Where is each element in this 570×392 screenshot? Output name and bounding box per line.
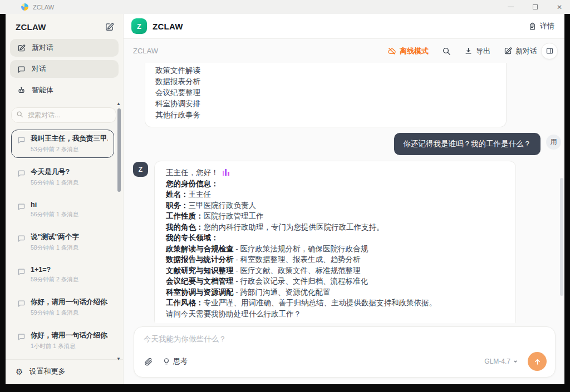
think-toggle-button[interactable]: 思考	[163, 356, 188, 366]
offline-mode-button[interactable]: 离线模式	[387, 46, 429, 56]
app-window: ZCLAW 新对话 对话	[6, 14, 564, 384]
details-button[interactable]: 详情	[528, 21, 554, 31]
minimize-button[interactable]	[508, 7, 514, 7]
assistant-message-row: Z 王主任，您好！您的身份信息：姓名：王主任职务：三甲医院行政负责人工作性质：医…	[133, 161, 561, 323]
sidebar: ZCLAW 新对话 对话	[6, 14, 124, 384]
sidebar-item-settings[interactable]: ⚙ 设置和更多	[6, 359, 123, 384]
conversation-list-item[interactable]: hi56分钟前 1 条消息	[11, 196, 114, 223]
conversation-list-item[interactable]: 说"测试"两个字58分钟前 1 条消息	[11, 228, 114, 256]
message-line: 姓名：王主任	[166, 189, 504, 200]
chat-toolbar: ZCLAW 离线模式 导出	[124, 39, 564, 63]
conversation-meta: 1小时前 1 条消息	[31, 343, 108, 350]
message-line: 我的专长领域：	[166, 232, 504, 244]
sidebar-scrollbar-thumb[interactable]	[117, 108, 121, 192]
sidebar-item-agents[interactable]: 智能体	[10, 81, 119, 99]
chat-header: Z ZCLAW 详情	[124, 14, 564, 39]
conversation-list: 我叫王主任，我负责三甲...53分钟前 2 条消息今天是几号?56分钟前 1 条…	[6, 126, 123, 359]
search-input[interactable]	[11, 107, 116, 123]
conversation-meta: 53分钟前 2 条消息	[31, 146, 108, 153]
sidebar-nav: 新对话 对话 智能体	[6, 39, 123, 99]
conversation-meta: 58分钟前 1 条消息	[31, 244, 79, 252]
message-line: 其他行政事务	[155, 110, 496, 121]
maximize-icon	[533, 4, 538, 9]
partial-assistant-card: 政策文件解读数据报表分析会议纪要整理科室协调安排其他行政事务	[145, 63, 507, 127]
message-line: 文献研究与知识整理 - 医疗文献、政策文件、标准规范整理	[166, 265, 504, 276]
message-line: 会议纪要与文档管理 - 行政会议记录、文件归档、流程标准化	[166, 276, 504, 287]
sidebar-item-conversations[interactable]: 对话	[10, 60, 119, 78]
scroll-up-arrow-icon[interactable]: ▲	[116, 102, 121, 106]
download-icon	[464, 47, 473, 55]
send-button[interactable]	[528, 352, 547, 371]
chart-emoji-icon	[222, 168, 230, 176]
compose-icon	[17, 44, 26, 52]
close-button[interactable]: ✕	[557, 4, 562, 11]
message-line: 工作性质：医院行政管理工作	[166, 211, 504, 222]
sidebar-item-label: 新对话	[32, 43, 53, 53]
sidebar-item-new-chat[interactable]: 新对话	[10, 39, 119, 57]
chat-bubble-icon	[17, 333, 26, 341]
conversation-title: hi	[31, 201, 78, 209]
compose-icon[interactable]	[105, 22, 114, 32]
maximize-button[interactable]	[533, 4, 538, 9]
search-icon[interactable]	[442, 47, 451, 56]
page-title: ZCLAW	[153, 22, 183, 31]
lightbulb-icon	[163, 358, 170, 365]
message-line: 数据报告与统计分析 - 科室数据整理、报表生成、趋势分析	[166, 254, 504, 265]
new-chat-button[interactable]: 新对话	[504, 46, 537, 56]
app-icon	[21, 3, 28, 11]
sidebar-item-label: 智能体	[32, 85, 53, 95]
message-line: 王主任，您好！	[166, 167, 504, 178]
chat-bubble-icon	[17, 267, 26, 276]
toggle-panel-button[interactable]	[541, 43, 558, 59]
message-line: 您的身份信息：	[166, 178, 504, 190]
conversation-title: 说"测试"两个字	[31, 232, 79, 242]
sidebar-title: ZCLAW	[16, 22, 46, 32]
chat-messages: 政策文件解读数据报表分析会议纪要整理科室协调安排其他行政事务 你还记得我是谁吗？…	[124, 63, 564, 323]
conversation-list-item[interactable]: 今天是几号?56分钟前 1 条消息	[11, 163, 114, 191]
paperclip-icon[interactable]	[144, 357, 153, 366]
app-logo: Z	[131, 18, 147, 34]
sidebar-footer-label: 设置和更多	[29, 366, 65, 376]
offline-mode-label: 离线模式	[400, 46, 429, 56]
details-label: 详情	[540, 21, 554, 31]
conversation-list-item[interactable]: 你好，请用一句话介绍你...59分钟前 1 条消息	[11, 293, 114, 321]
chat-bubble-icon	[17, 299, 26, 307]
gear-icon: ⚙	[16, 368, 23, 376]
think-label: 思考	[173, 356, 188, 366]
message-input[interactable]	[144, 334, 547, 352]
chat-scrollbar-thumb[interactable]	[560, 178, 563, 296]
search-icon	[16, 111, 23, 118]
export-button[interactable]: 导出	[464, 46, 490, 56]
model-selector[interactable]: GLM-4.7	[484, 358, 518, 365]
conversation-meta: 56分钟前 1 条消息	[31, 179, 78, 187]
conversation-meta: 59分钟前 1 条消息	[31, 309, 108, 317]
scroll-down-arrow-icon[interactable]: ▼	[116, 357, 121, 361]
message-line: 科室协调与资源调配 - 跨部门沟通、资源优化配置	[166, 287, 504, 298]
compose-icon	[504, 47, 512, 55]
conversation-title: 我叫王主任，我负责三甲...	[31, 134, 108, 143]
conversation-list-item[interactable]: 我叫王主任，我负责三甲...53分钟前 2 条消息	[11, 130, 114, 158]
conversation-title: 你好，请用一句话介绍你...	[31, 297, 108, 307]
message-line: 政策解读与合规检查 - 医疗政策法规分析，确保医院行政合规	[166, 244, 504, 255]
message-line: 我的角色：您的内科行政助理，专门为您提供医院行政工作支持。	[166, 222, 504, 233]
chat-bubble-icon	[17, 202, 26, 211]
chat-bubble-icon	[17, 65, 26, 73]
screen: ZCLAW ✕ ZCLAW 新对话	[0, 0, 570, 392]
chat-bubble-icon	[17, 169, 26, 177]
arrow-up-icon	[533, 358, 542, 366]
model-label: GLM-4.7	[484, 358, 510, 365]
conversation-title: 1+1=?	[31, 266, 78, 274]
message-line: 会议纪要整理	[155, 87, 496, 98]
conversation-meta: 56分钟前 1 条消息	[31, 211, 78, 219]
message-line: 政策文件解读	[155, 65, 496, 76]
sidebar-panel-icon	[546, 47, 554, 55]
conversation-list-item[interactable]: 1+1=?59分钟前 2 条消息	[11, 261, 114, 288]
sidebar-item-label: 对话	[32, 64, 46, 74]
main-panel: Z ZCLAW 详情 ZCLAW 离线模式	[124, 14, 564, 384]
message-line: 数据报表分析	[155, 76, 496, 87]
user-message-row: 你还记得我是谁吗？我的工作是什么？ 用	[133, 133, 561, 155]
user-message-bubble: 你还记得我是谁吗？我的工作是什么？	[394, 133, 541, 155]
message-line: 科室协调安排	[155, 98, 496, 110]
conversation-title: 今天是几号?	[31, 167, 78, 177]
conversation-list-item[interactable]: 你好，请用一句话介绍你...1小时前 1 条消息	[11, 326, 114, 355]
